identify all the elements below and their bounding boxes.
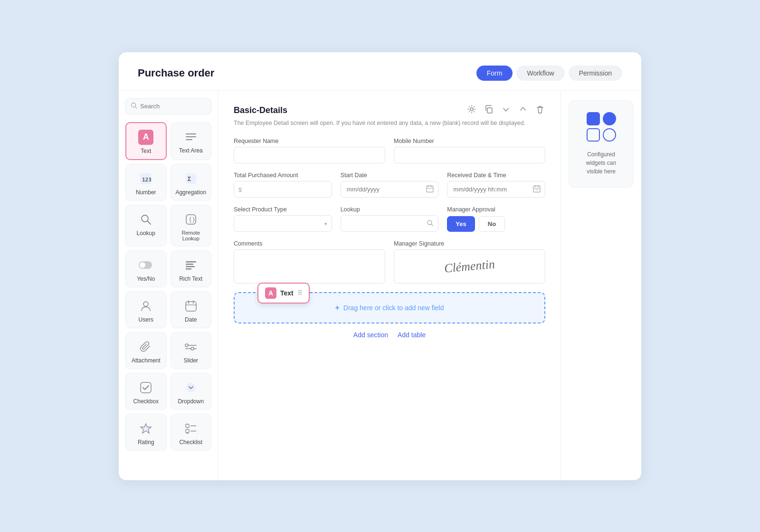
dropdown-widget-icon xyxy=(183,380,199,395)
checklist-widget-icon xyxy=(183,421,199,436)
widget-label-rating: Rating xyxy=(138,439,154,446)
widget-item-textarea[interactable]: Text Area xyxy=(171,122,212,160)
widget-item-checkbox[interactable]: Checkbox xyxy=(125,373,167,410)
svg-rect-3 xyxy=(186,136,196,137)
label-lookup: Lookup xyxy=(341,206,439,213)
label-start-date: Start Date xyxy=(341,172,439,179)
widget-item-number[interactable]: 123 Number xyxy=(125,164,167,201)
svg-rect-26 xyxy=(191,347,194,350)
rich-text-widget-icon xyxy=(183,257,199,273)
select-product-type[interactable] xyxy=(234,215,332,232)
widget-item-attachment[interactable]: Attachment xyxy=(125,332,167,369)
form-row-3: Select Product Type ▾ Lookup xyxy=(234,206,545,232)
search-box[interactable] xyxy=(125,98,211,114)
widget-item-checklist[interactable]: Checklist xyxy=(171,414,212,451)
form-group-select-product-type: Select Product Type ▾ xyxy=(234,206,332,232)
move-down-button[interactable] xyxy=(501,104,511,117)
svg-line-10 xyxy=(148,221,151,224)
form-group-comments: Comments xyxy=(234,240,385,284)
delete-button[interactable] xyxy=(535,104,545,117)
svg-rect-16 xyxy=(186,264,193,265)
widget-item-lookup[interactable]: Lookup xyxy=(125,205,167,247)
settings-button[interactable] xyxy=(466,104,477,117)
widget-item-users[interactable]: Users xyxy=(125,291,167,328)
preview-icon-outline-1 xyxy=(587,128,600,142)
form-group-mobile-number: Mobile Number xyxy=(394,138,545,163)
svg-rect-24 xyxy=(185,344,188,347)
widget-label-users: Users xyxy=(139,316,153,323)
move-up-button[interactable] xyxy=(518,104,528,117)
widget-item-date[interactable]: Date xyxy=(171,291,212,328)
widget-item-text[interactable]: A Text xyxy=(125,122,167,160)
tab-workflow[interactable]: Workflow xyxy=(516,66,564,81)
dollar-input-wrapper: $ xyxy=(234,181,332,198)
svg-line-49 xyxy=(431,224,433,226)
widget-item-rating[interactable]: Rating xyxy=(125,414,167,451)
widget-item-yes-no[interactable]: Yes/No xyxy=(125,250,167,287)
slider-widget-icon xyxy=(183,339,199,354)
widget-label-checkbox: Checkbox xyxy=(133,398,159,405)
signature-box[interactable]: Clémentin xyxy=(394,249,545,284)
widget-label-checklist: Checklist xyxy=(179,439,202,446)
widget-item-remote-lookup[interactable]: {} Remote Lookup xyxy=(171,205,212,247)
widget-preview-card: Configured widgets can visible here xyxy=(569,100,634,188)
widget-item-aggregation[interactable]: Σ Aggregation xyxy=(171,164,212,201)
checkbox-widget-icon xyxy=(138,380,153,395)
svg-rect-20 xyxy=(186,302,196,311)
sidebar: A Text Text Area xyxy=(119,91,218,480)
label-manager-signature: Manager Signature xyxy=(394,240,545,247)
main-content: Basic-Details xyxy=(218,91,560,480)
widget-item-dropdown[interactable]: Dropdown xyxy=(171,373,212,410)
widget-label-number: Number xyxy=(136,189,156,196)
date-widget-icon xyxy=(183,298,199,314)
form-row-1: Requester Name Mobile Number xyxy=(234,138,545,163)
widget-label-remote-lookup: Remote Lookup xyxy=(175,230,208,241)
lookup-search-icon xyxy=(427,219,434,228)
form-row-2: Total Purchased Amount $ Start Date xyxy=(234,172,545,198)
right-panel: Configured widgets can visible here xyxy=(560,91,641,480)
add-section-button[interactable]: Add section xyxy=(353,331,388,339)
widget-item-rich-text[interactable]: Rich Text xyxy=(171,250,212,287)
datetime-input-wrapper xyxy=(447,181,545,198)
search-input[interactable] xyxy=(140,103,206,110)
form-group-total-purchased-amount: Total Purchased Amount $ xyxy=(234,172,332,198)
input-total-purchased-amount[interactable] xyxy=(234,181,332,198)
svg-point-37 xyxy=(470,108,473,111)
tab-form[interactable]: Form xyxy=(476,66,513,81)
input-comments[interactable] xyxy=(234,249,385,284)
section-header: Basic-Details xyxy=(234,104,545,117)
svg-text:Σ: Σ xyxy=(188,176,191,182)
no-button[interactable]: No xyxy=(479,216,505,232)
add-table-button[interactable]: Add table xyxy=(398,331,426,339)
input-requester-name[interactable] xyxy=(234,147,385,163)
text-widget-icon: A xyxy=(138,130,153,145)
widget-label-slider: Slider xyxy=(183,357,198,364)
widget-label-lookup: Lookup xyxy=(137,230,155,237)
input-lookup[interactable] xyxy=(341,215,439,232)
input-start-date[interactable] xyxy=(341,181,439,198)
input-received-date-time[interactable] xyxy=(447,181,545,198)
widget-label-text: Text xyxy=(141,148,151,154)
body-layout: A Text Text Area xyxy=(119,91,641,480)
attachment-widget-icon xyxy=(138,339,153,354)
label-received-date-time: Received Date & Time xyxy=(447,172,545,179)
widget-item-slider[interactable]: Slider xyxy=(171,332,212,369)
form-group-manager-signature: Manager Signature Clémentin xyxy=(394,240,545,284)
drag-area-label: Drag here or click to add new field xyxy=(343,304,444,312)
page-title: Purchase order xyxy=(138,67,214,79)
label-mobile-number: Mobile Number xyxy=(394,138,545,144)
preview-icon-circle-blue xyxy=(603,112,616,125)
yes-button[interactable]: Yes xyxy=(447,216,475,232)
textarea-widget-icon xyxy=(183,129,199,144)
section-actions xyxy=(466,104,545,117)
svg-text:{}: {} xyxy=(189,217,195,223)
floating-text-widget[interactable]: A Text ⠿ xyxy=(257,283,310,304)
search-icon xyxy=(131,102,137,111)
input-mobile-number[interactable] xyxy=(394,147,545,163)
bottom-actions: Add section Add table xyxy=(234,323,545,339)
tab-permission[interactable]: Permission xyxy=(569,66,622,81)
form-group-requester-name: Requester Name xyxy=(234,138,385,163)
header: Purchase order Form Workflow Permission xyxy=(119,52,641,91)
widget-label-aggregation: Aggregation xyxy=(175,189,206,196)
copy-button[interactable] xyxy=(484,104,494,117)
